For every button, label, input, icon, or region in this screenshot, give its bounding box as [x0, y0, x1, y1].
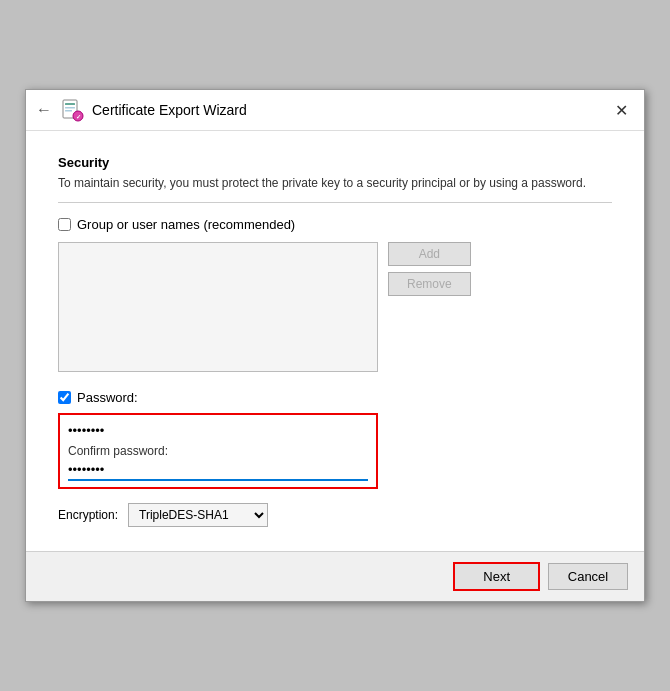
user-listbox[interactable]: [58, 242, 378, 372]
dialog-title: Certificate Export Wizard: [92, 102, 247, 118]
group-checkbox-label[interactable]: Group or user names (recommended): [77, 217, 295, 232]
confirm-password-wrap: [68, 460, 368, 481]
password-input[interactable]: [68, 421, 368, 440]
back-button[interactable]: ←: [36, 101, 52, 119]
svg-text:✓: ✓: [76, 114, 81, 120]
password-row: Password:: [58, 390, 612, 405]
list-buttons: Add Remove: [388, 242, 471, 296]
group-checkbox[interactable]: [58, 218, 71, 231]
password-field-group: Confirm password:: [58, 413, 378, 489]
dialog-footer: Next Cancel: [26, 551, 644, 601]
encryption-row: Encryption: TripleDES-SHA1 AES256-SHA256: [58, 503, 612, 527]
cancel-button[interactable]: Cancel: [548, 563, 628, 590]
svg-rect-2: [65, 107, 75, 109]
remove-button[interactable]: Remove: [388, 272, 471, 296]
encryption-select[interactable]: TripleDES-SHA1 AES256-SHA256: [128, 503, 268, 527]
close-button[interactable]: ✕: [609, 99, 634, 122]
svg-rect-3: [65, 110, 72, 112]
password-label[interactable]: Password:: [77, 390, 138, 405]
confirm-password-input[interactable]: [68, 460, 368, 479]
user-list-area: Add Remove: [58, 242, 612, 386]
password-checkbox[interactable]: [58, 391, 71, 404]
title-bar-left: ← ✓ Certificate Export Wizard: [36, 98, 247, 122]
confirm-password-label: Confirm password:: [68, 444, 368, 458]
group-checkbox-row: Group or user names (recommended): [58, 217, 612, 232]
section-title: Security: [58, 155, 612, 170]
encryption-label: Encryption:: [58, 508, 118, 522]
title-bar: ← ✓ Certificate Export Wizard ✕: [26, 90, 644, 131]
certificate-export-wizard-dialog: ← ✓ Certificate Export Wizard ✕ Security…: [25, 89, 645, 602]
dialog-content: Security To maintain security, you must …: [26, 131, 644, 551]
password-section: Password: Confirm password:: [58, 390, 612, 489]
svg-rect-1: [65, 103, 75, 105]
wizard-icon: ✓: [60, 98, 84, 122]
add-button[interactable]: Add: [388, 242, 471, 266]
section-description: To maintain security, you must protect t…: [58, 174, 612, 192]
section-divider: [58, 202, 612, 203]
next-button[interactable]: Next: [453, 562, 540, 591]
